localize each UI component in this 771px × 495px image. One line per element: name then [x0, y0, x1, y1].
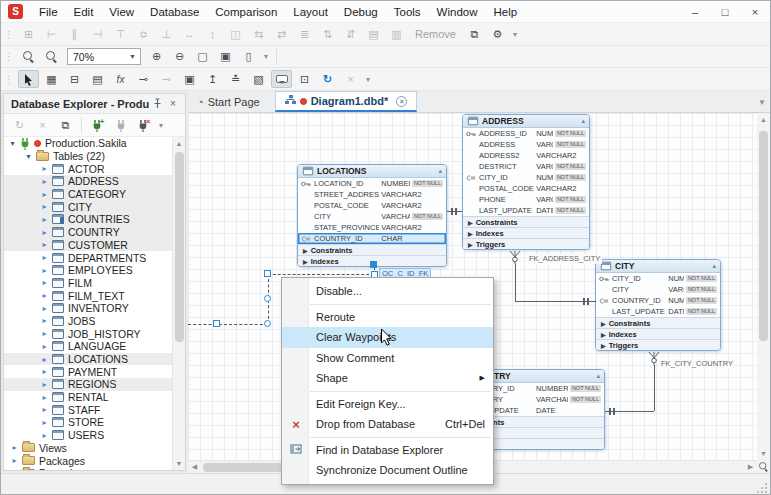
tree-item-departments[interactable]: ▸DEPARTMENTS [4, 251, 172, 264]
full-screen-icon[interactable]: ⊡ [294, 70, 315, 88]
tree-item-staff[interactable]: ▸STAFF [4, 403, 172, 416]
toolbar-grip[interactable]: ⋮ [4, 29, 12, 40]
pin-icon[interactable] [149, 97, 165, 111]
er-section-indexes[interactable]: ▶Indexes [596, 328, 720, 339]
scroll-left-icon[interactable]: ◀ [188, 461, 201, 473]
toolbar-overflow-icon[interactable]: ▾ [155, 121, 167, 130]
menu-item-drop-from-database[interactable]: ×Drop from DatabaseCtrl+Del [282, 414, 493, 435]
chevron-right-icon[interactable]: ▸ [40, 431, 49, 440]
menu-item-show-comment[interactable]: Show Comment [282, 348, 493, 369]
er-column-row[interactable]: LOCATION_IDNUMBERNOT NULL [298, 178, 446, 189]
er-column-row[interactable]: ADDRESS_IDNUMBERNOT NULL [463, 128, 589, 139]
make-same-size-both-icon[interactable]: ◫ [225, 25, 246, 43]
page-setup-icon[interactable]: ▯ [238, 48, 259, 66]
customize-toolbar-icon[interactable]: ⚙ [487, 25, 508, 43]
maximize-button[interactable]: □ [710, 1, 740, 22]
tree-item-payment[interactable]: ▸PAYMENT [4, 365, 172, 378]
relation-endpoint-handle[interactable] [370, 261, 377, 268]
canvas-zoom-corner-button[interactable] [757, 460, 770, 473]
tree-scrollbar[interactable]: ▲ ▼ [172, 137, 185, 470]
waypoint-handle[interactable] [264, 320, 271, 327]
menu-file[interactable]: File [31, 3, 66, 21]
tree-item-users[interactable]: ▸USERS [4, 429, 172, 442]
tree-item-countries[interactable]: ▸COUNTRIES [4, 213, 172, 226]
new-connection-icon[interactable]: + [87, 116, 108, 134]
chevron-right-icon[interactable]: ▸ [10, 456, 19, 465]
er-table-header[interactable]: CITY▴ [596, 260, 720, 273]
zoom-tool-icon[interactable] [41, 48, 62, 66]
menu-help[interactable]: Help [486, 3, 526, 21]
tree-item-city[interactable]: ▸CITY [4, 200, 172, 213]
menu-edit[interactable]: Edit [66, 3, 102, 21]
menu-item-synchronize-document-outline[interactable]: Synchronize Document Outline [282, 460, 493, 481]
new-table-icon[interactable]: ▦ [41, 70, 62, 88]
scroll-right-icon[interactable]: ▶ [744, 461, 757, 473]
tree-item-country[interactable]: ▸COUNTRY [4, 226, 172, 239]
collapse-icon[interactable]: ▴ [712, 262, 716, 270]
make-same-height-icon[interactable]: ↕ [202, 25, 223, 43]
tree-item-actor[interactable]: ▸ACTOR [4, 162, 172, 175]
object-viewer-icon[interactable]: ⧉ [55, 116, 76, 134]
insert-image-icon[interactable]: ▧ [248, 70, 269, 88]
relation-fk-city-country[interactable] [654, 365, 655, 411]
chevron-right-icon[interactable]: ▸ [10, 469, 19, 470]
chevron-right-icon[interactable]: ▸ [40, 304, 49, 313]
er-column-row[interactable]: CITY_IDNUMBERNOT NULL [596, 273, 720, 284]
chevron-right-icon[interactable]: ▸ [40, 367, 49, 376]
menu-item-find-in-database-explorer[interactable]: Find in Database Explorer [282, 440, 493, 461]
print-preview-icon[interactable] [18, 48, 39, 66]
draw-relation-icon[interactable]: ⊸ [133, 70, 154, 88]
zoom-out-icon[interactable]: ⊖ [169, 48, 190, 66]
menu-view[interactable]: View [101, 3, 142, 21]
refresh-icon[interactable]: ↻ [9, 116, 30, 134]
er-column-row[interactable]: CITYVARCHAR2NOT NULL [298, 211, 446, 222]
tree-item-packages[interactable]: ▸Packages [4, 454, 172, 467]
chevron-right-icon[interactable]: ▸ [40, 329, 49, 338]
tree-item-rental[interactable]: ▸RENTAL [4, 391, 172, 404]
chevron-right-icon[interactable]: ▸ [40, 228, 49, 237]
er-table-locations[interactable]: LOCATIONS▴LOCATION_IDNUMBERNOT NULLSTREE… [297, 164, 447, 267]
menu-tools[interactable]: Tools [386, 3, 429, 21]
tab-diagram1[interactable]: Diagram1.dbd* × [275, 91, 418, 112]
waypoint-handle[interactable] [264, 270, 271, 277]
align-tops-icon[interactable]: ⊤ [110, 25, 131, 43]
chevron-right-icon[interactable]: ▸ [40, 418, 49, 427]
window-position-icon[interactable]: ⧉ [464, 25, 485, 43]
menu-item-shape[interactable]: Shape▶ [282, 368, 493, 389]
tree-item-job-history[interactable]: ▸JOB_HISTORY [4, 327, 172, 340]
er-column-row[interactable]: DESTRICTVARCHAR2NOT NULL [463, 161, 589, 172]
menu-window[interactable]: Window [429, 3, 486, 21]
er-column-row[interactable]: LAST_UPDATEDATENOT NULL [463, 205, 589, 216]
new-container-icon[interactable]: ⊟ [64, 70, 85, 88]
menu-database[interactable]: Database [142, 3, 207, 21]
chevron-right-icon[interactable]: ▸ [40, 266, 49, 275]
chevron-right-icon[interactable]: ▸ [40, 253, 49, 262]
menu-comparison[interactable]: Comparison [207, 3, 285, 21]
tree-item-procedures[interactable]: ▸Procedures [4, 467, 172, 470]
er-section-indexes[interactable]: ▶Indexes [463, 227, 589, 238]
decrease-vertical-spacing-icon[interactable]: ▤ [363, 25, 384, 43]
scrollbar-thumb[interactable] [759, 131, 768, 341]
collapse-icon[interactable]: ▴ [596, 372, 600, 380]
align-rights-icon[interactable]: ⊣ [87, 25, 108, 43]
toolbar-overflow-icon[interactable]: ▾ [260, 52, 272, 61]
zoom-level-combobox[interactable]: 70% ▼ [67, 48, 141, 65]
segment-midpoint-handle[interactable] [213, 320, 220, 327]
relation-selected-segment[interactable] [268, 274, 374, 275]
tree-item-locations[interactable]: ▸LOCATIONS [4, 353, 172, 366]
scroll-down-icon[interactable]: ▼ [757, 447, 770, 460]
er-table-header[interactable]: ADDRESS▴ [463, 115, 589, 128]
decrease-horizontal-spacing-icon[interactable]: ≣ [294, 25, 315, 43]
tree-item-employees[interactable]: ▸EMPLOYEES [4, 264, 172, 277]
resize-grip[interactable] [756, 482, 767, 493]
er-table-header[interactable]: LOCATIONS▴ [298, 165, 446, 178]
tree-item-address[interactable]: ▸ADDRESS [4, 175, 172, 188]
tree-item-inventory[interactable]: ▸INVENTORY [4, 302, 172, 315]
er-column-row[interactable]: COUNTRY_IDNUMBERNOT NULL [596, 295, 720, 306]
delete-icon[interactable]: × [32, 116, 53, 134]
er-column-row[interactable]: POSTAL_CODEVARCHAR2 [298, 200, 446, 211]
er-column-row[interactable]: PHONEVARCHAR2NOT NULL [463, 194, 589, 205]
pointer-tool-icon[interactable] [18, 70, 39, 88]
fit-diagram-icon[interactable]: ▣ [215, 48, 236, 66]
er-column-row[interactable]: STATE_PROVINCEVARCHAR2 [298, 222, 446, 233]
